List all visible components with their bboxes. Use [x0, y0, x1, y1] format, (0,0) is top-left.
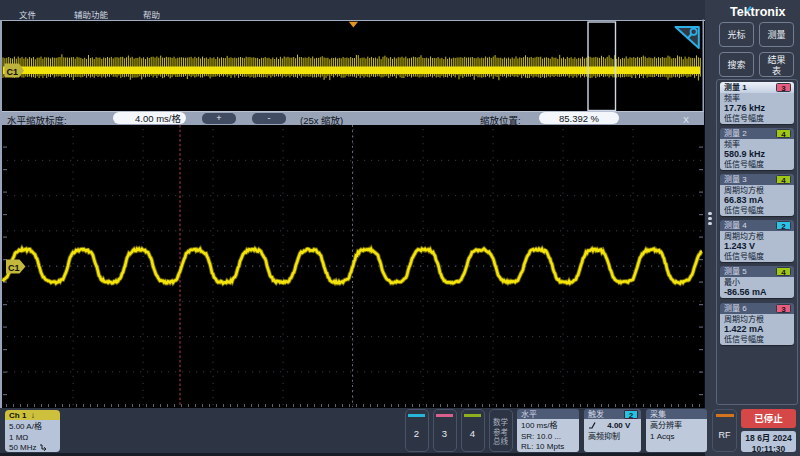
svg-text:C1: C1: [8, 263, 20, 273]
